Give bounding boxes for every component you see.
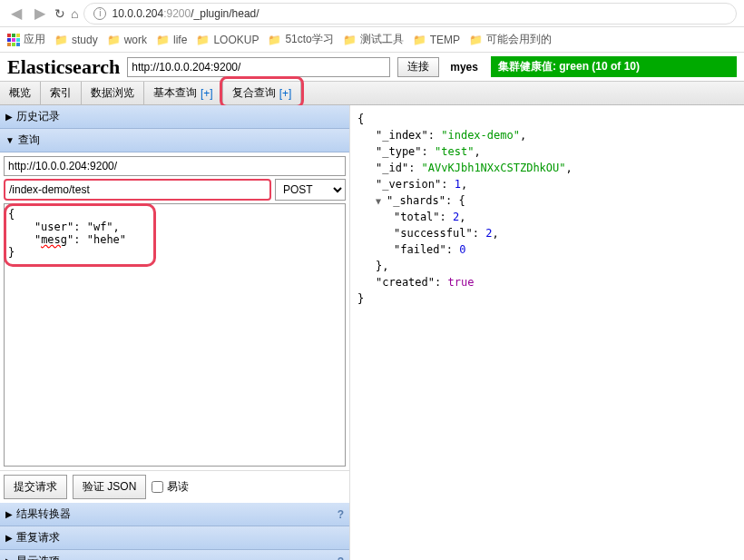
apps-label: 应用 xyxy=(24,32,45,47)
forward-icon[interactable]: ▶ xyxy=(31,5,49,22)
bookmark-folder[interactable]: 📁LOOKUP xyxy=(196,34,259,46)
response-panel: { "_index": "index-demo", "_type": "test… xyxy=(350,105,744,560)
bookmark-folder[interactable]: 📁TEMP xyxy=(413,34,460,46)
app-header: Elasticsearch 连接 myes 集群健康值: green (10 o… xyxy=(0,53,744,82)
folder-icon: 📁 xyxy=(268,34,281,46)
help-icon[interactable]: ? xyxy=(338,555,344,561)
section-transformer[interactable]: ▶ 结果转换器 ? xyxy=(0,503,349,526)
section-display[interactable]: ▶ 显示选项 ? xyxy=(0,550,349,560)
chevron-right-icon: ▶ xyxy=(5,533,13,543)
cluster-name: myes xyxy=(450,61,478,74)
pretty-checkbox-wrap[interactable]: 易读 xyxy=(152,479,189,495)
bookmark-folder[interactable]: 📁study xyxy=(54,34,98,46)
tab-basic-query[interactable]: 基本查询[+] xyxy=(144,82,223,104)
app-logo: Elasticsearch xyxy=(7,55,120,79)
chevron-down-icon: ▼ xyxy=(5,135,15,145)
submit-button[interactable]: 提交请求 xyxy=(4,475,67,499)
folder-icon: 📁 xyxy=(107,34,121,46)
query-form: POST { "user": "wf", "mesg": "hehe" } xyxy=(0,152,349,470)
bookmark-folder[interactable]: 📁可能会用到的 xyxy=(469,32,552,47)
url-host: 10.0.0.204 xyxy=(112,7,163,20)
folder-icon: 📁 xyxy=(54,34,68,46)
bookmark-folder[interactable]: 📁life xyxy=(156,34,187,46)
pretty-checkbox[interactable] xyxy=(152,481,163,493)
section-label: 查询 xyxy=(18,133,40,148)
folder-icon: 📁 xyxy=(156,34,170,46)
cluster-health: 集群健康值: green (10 of 10) xyxy=(491,56,737,77)
section-query[interactable]: ▼ 查询 xyxy=(0,129,349,152)
pretty-label: 易读 xyxy=(167,479,189,495)
left-panel: ▶ 历史记录 ▼ 查询 POST { "user": "wf", "mesg":… xyxy=(0,105,350,560)
section-history[interactable]: ▶ 历史记录 xyxy=(0,105,349,129)
plus-icon[interactable]: [+] xyxy=(201,87,213,100)
plus-icon[interactable]: [+] xyxy=(279,87,292,100)
validate-button[interactable]: 验证 JSON xyxy=(73,475,146,499)
folder-icon: 📁 xyxy=(413,34,426,46)
apps-button[interactable]: 应用 xyxy=(7,32,45,47)
folder-icon: 📁 xyxy=(343,34,357,46)
tab-indices[interactable]: 索引 xyxy=(41,82,82,104)
request-body-input[interactable]: { "user": "wf", "mesg": "hehe" } xyxy=(4,203,346,467)
tab-overview[interactable]: 概览 xyxy=(0,82,41,104)
action-row: 提交请求 验证 JSON 易读 xyxy=(0,470,349,503)
connect-button[interactable]: 连接 xyxy=(397,57,439,77)
tab-compound-query[interactable]: 复合查询[+] xyxy=(223,82,302,104)
section-repeat[interactable]: ▶ 重复请求 xyxy=(0,526,349,550)
apps-icon xyxy=(7,34,20,46)
section-label: 显示选项 xyxy=(16,554,60,560)
tab-browse[interactable]: 数据浏览 xyxy=(82,82,144,104)
collapse-icon[interactable]: ▼ xyxy=(376,194,387,208)
path-input[interactable] xyxy=(4,179,271,201)
address-bar[interactable]: i 10.0.0.204:9200/_plugin/head/ xyxy=(83,3,737,25)
method-select[interactable]: POST xyxy=(275,179,346,201)
section-label: 历史记录 xyxy=(16,109,60,124)
server-url-input[interactable] xyxy=(4,156,346,176)
section-label: 重复请求 xyxy=(16,530,60,545)
help-icon[interactable]: ? xyxy=(338,508,344,521)
section-label: 结果转换器 xyxy=(16,506,71,522)
bookmark-folder[interactable]: 📁51cto学习 xyxy=(268,32,333,47)
home-icon[interactable]: ⌂ xyxy=(71,6,78,21)
chevron-right-icon: ▶ xyxy=(5,509,13,519)
chevron-right-icon: ▶ xyxy=(5,556,13,560)
tabs-bar: 概览 索引 数据浏览 基本查询[+] 复合查询[+] xyxy=(0,82,744,105)
url-path: /_plugin/head/ xyxy=(191,7,259,20)
bookmark-folder[interactable]: 📁测试工具 xyxy=(343,32,404,47)
chevron-right-icon: ▶ xyxy=(5,112,13,122)
folder-icon: 📁 xyxy=(196,34,210,46)
reload-icon[interactable]: ↻ xyxy=(54,6,65,21)
info-icon[interactable]: i xyxy=(93,7,106,20)
bookmark-folder[interactable]: 📁work xyxy=(107,34,147,46)
bookmarks-bar: 应用 📁study 📁work 📁life 📁LOOKUP 📁51cto学习 📁… xyxy=(0,27,744,53)
back-icon[interactable]: ◀ xyxy=(7,5,25,22)
folder-icon: 📁 xyxy=(469,34,483,46)
browser-toolbar: ◀ ▶ ↻ ⌂ i 10.0.0.204:9200/_plugin/head/ xyxy=(0,0,744,27)
main-area: ▶ 历史记录 ▼ 查询 POST { "user": "wf", "mesg":… xyxy=(0,105,744,560)
connect-url-input[interactable] xyxy=(127,57,390,77)
url-port: :9200 xyxy=(163,7,191,20)
